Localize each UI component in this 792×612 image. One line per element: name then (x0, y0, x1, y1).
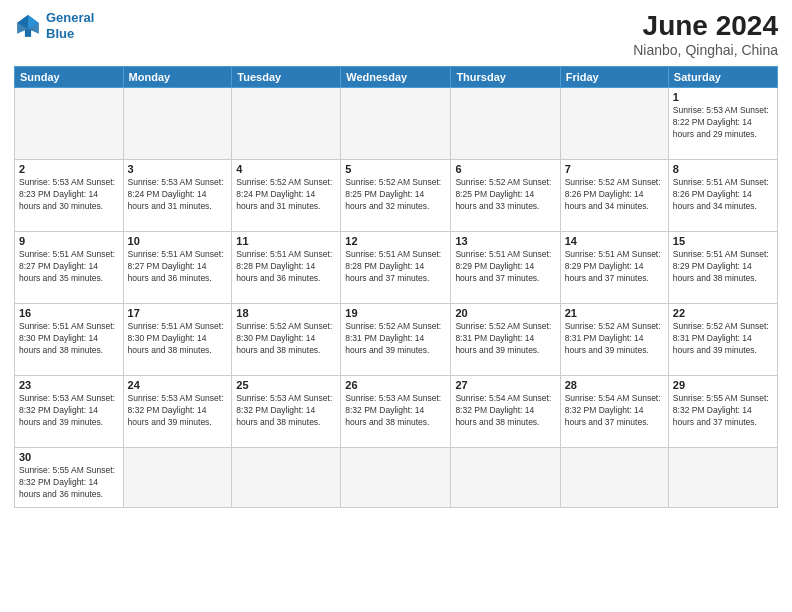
svg-rect-4 (25, 29, 31, 37)
calendar-cell: 6Sunrise: 5:52 AM Sunset: 8:25 PM Daylig… (451, 160, 560, 232)
generalblue-logo-icon (14, 12, 42, 40)
day-number: 4 (236, 163, 336, 175)
calendar-cell: 30Sunrise: 5:55 AM Sunset: 8:32 PM Dayli… (15, 448, 124, 508)
week-row-3: 9Sunrise: 5:51 AM Sunset: 8:27 PM Daylig… (15, 232, 778, 304)
calendar-title: June 2024 (633, 10, 778, 42)
calendar-cell: 5Sunrise: 5:52 AM Sunset: 8:25 PM Daylig… (341, 160, 451, 232)
calendar-table: SundayMondayTuesdayWednesdayThursdayFrid… (14, 66, 778, 508)
day-number: 29 (673, 379, 773, 391)
calendar-cell: 14Sunrise: 5:51 AM Sunset: 8:29 PM Dayli… (560, 232, 668, 304)
day-number: 30 (19, 451, 119, 463)
calendar-cell: 15Sunrise: 5:51 AM Sunset: 8:29 PM Dayli… (668, 232, 777, 304)
day-info: Sunrise: 5:53 AM Sunset: 8:22 PM Dayligh… (673, 105, 773, 141)
day-info: Sunrise: 5:51 AM Sunset: 8:28 PM Dayligh… (345, 249, 446, 285)
calendar-cell: 10Sunrise: 5:51 AM Sunset: 8:27 PM Dayli… (123, 232, 232, 304)
day-info: Sunrise: 5:53 AM Sunset: 8:32 PM Dayligh… (128, 393, 228, 429)
day-info: Sunrise: 5:51 AM Sunset: 8:30 PM Dayligh… (19, 321, 119, 357)
weekday-header-sunday: Sunday (15, 67, 124, 88)
calendar-cell: 3Sunrise: 5:53 AM Sunset: 8:24 PM Daylig… (123, 160, 232, 232)
day-number: 20 (455, 307, 555, 319)
calendar-cell (232, 88, 341, 160)
day-info: Sunrise: 5:51 AM Sunset: 8:29 PM Dayligh… (673, 249, 773, 285)
logo-blue: Blue (46, 26, 74, 41)
day-number: 25 (236, 379, 336, 391)
day-info: Sunrise: 5:51 AM Sunset: 8:28 PM Dayligh… (236, 249, 336, 285)
day-info: Sunrise: 5:51 AM Sunset: 8:27 PM Dayligh… (128, 249, 228, 285)
day-number: 8 (673, 163, 773, 175)
logo-text: General Blue (46, 10, 94, 41)
week-row-6: 30Sunrise: 5:55 AM Sunset: 8:32 PM Dayli… (15, 448, 778, 508)
day-number: 7 (565, 163, 664, 175)
day-info: Sunrise: 5:52 AM Sunset: 8:30 PM Dayligh… (236, 321, 336, 357)
day-number: 28 (565, 379, 664, 391)
calendar-cell: 13Sunrise: 5:51 AM Sunset: 8:29 PM Dayli… (451, 232, 560, 304)
day-info: Sunrise: 5:52 AM Sunset: 8:26 PM Dayligh… (565, 177, 664, 213)
calendar-cell: 7Sunrise: 5:52 AM Sunset: 8:26 PM Daylig… (560, 160, 668, 232)
calendar-cell: 21Sunrise: 5:52 AM Sunset: 8:31 PM Dayli… (560, 304, 668, 376)
day-number: 11 (236, 235, 336, 247)
page: General Blue June 2024 Nianbo, Qinghai, … (0, 0, 792, 612)
day-number: 13 (455, 235, 555, 247)
day-info: Sunrise: 5:51 AM Sunset: 8:30 PM Dayligh… (128, 321, 228, 357)
calendar-cell (560, 448, 668, 508)
day-number: 17 (128, 307, 228, 319)
day-info: Sunrise: 5:52 AM Sunset: 8:25 PM Dayligh… (345, 177, 446, 213)
day-number: 9 (19, 235, 119, 247)
calendar-cell: 20Sunrise: 5:52 AM Sunset: 8:31 PM Dayli… (451, 304, 560, 376)
day-info: Sunrise: 5:53 AM Sunset: 8:32 PM Dayligh… (345, 393, 446, 429)
calendar-cell (232, 448, 341, 508)
day-info: Sunrise: 5:53 AM Sunset: 8:32 PM Dayligh… (236, 393, 336, 429)
day-number: 26 (345, 379, 446, 391)
weekday-header-friday: Friday (560, 67, 668, 88)
week-row-4: 16Sunrise: 5:51 AM Sunset: 8:30 PM Dayli… (15, 304, 778, 376)
day-info: Sunrise: 5:52 AM Sunset: 8:24 PM Dayligh… (236, 177, 336, 213)
calendar-cell: 4Sunrise: 5:52 AM Sunset: 8:24 PM Daylig… (232, 160, 341, 232)
calendar-cell: 26Sunrise: 5:53 AM Sunset: 8:32 PM Dayli… (341, 376, 451, 448)
calendar-cell (15, 88, 124, 160)
day-info: Sunrise: 5:51 AM Sunset: 8:29 PM Dayligh… (565, 249, 664, 285)
week-row-5: 23Sunrise: 5:53 AM Sunset: 8:32 PM Dayli… (15, 376, 778, 448)
day-info: Sunrise: 5:52 AM Sunset: 8:25 PM Dayligh… (455, 177, 555, 213)
day-info: Sunrise: 5:53 AM Sunset: 8:32 PM Dayligh… (19, 393, 119, 429)
calendar-cell (451, 448, 560, 508)
day-info: Sunrise: 5:52 AM Sunset: 8:31 PM Dayligh… (673, 321, 773, 357)
calendar-cell (123, 448, 232, 508)
day-number: 16 (19, 307, 119, 319)
calendar-cell: 18Sunrise: 5:52 AM Sunset: 8:30 PM Dayli… (232, 304, 341, 376)
weekday-header-thursday: Thursday (451, 67, 560, 88)
day-number: 3 (128, 163, 228, 175)
logo-general: General (46, 10, 94, 25)
weekday-header-saturday: Saturday (668, 67, 777, 88)
calendar-cell: 19Sunrise: 5:52 AM Sunset: 8:31 PM Dayli… (341, 304, 451, 376)
day-number: 19 (345, 307, 446, 319)
day-info: Sunrise: 5:53 AM Sunset: 8:24 PM Dayligh… (128, 177, 228, 213)
day-number: 10 (128, 235, 228, 247)
day-info: Sunrise: 5:54 AM Sunset: 8:32 PM Dayligh… (455, 393, 555, 429)
weekday-header-row: SundayMondayTuesdayWednesdayThursdayFrid… (15, 67, 778, 88)
day-info: Sunrise: 5:52 AM Sunset: 8:31 PM Dayligh… (565, 321, 664, 357)
day-number: 1 (673, 91, 773, 103)
calendar-cell: 11Sunrise: 5:51 AM Sunset: 8:28 PM Dayli… (232, 232, 341, 304)
day-info: Sunrise: 5:52 AM Sunset: 8:31 PM Dayligh… (455, 321, 555, 357)
calendar-cell (451, 88, 560, 160)
calendar-cell: 17Sunrise: 5:51 AM Sunset: 8:30 PM Dayli… (123, 304, 232, 376)
calendar-cell (123, 88, 232, 160)
day-number: 6 (455, 163, 555, 175)
day-info: Sunrise: 5:54 AM Sunset: 8:32 PM Dayligh… (565, 393, 664, 429)
calendar-cell: 28Sunrise: 5:54 AM Sunset: 8:32 PM Dayli… (560, 376, 668, 448)
calendar-cell (341, 448, 451, 508)
calendar-cell: 8Sunrise: 5:51 AM Sunset: 8:26 PM Daylig… (668, 160, 777, 232)
day-number: 12 (345, 235, 446, 247)
week-row-1: 1Sunrise: 5:53 AM Sunset: 8:22 PM Daylig… (15, 88, 778, 160)
header: General Blue June 2024 Nianbo, Qinghai, … (14, 10, 778, 58)
calendar-cell: 9Sunrise: 5:51 AM Sunset: 8:27 PM Daylig… (15, 232, 124, 304)
day-info: Sunrise: 5:52 AM Sunset: 8:31 PM Dayligh… (345, 321, 446, 357)
day-info: Sunrise: 5:53 AM Sunset: 8:23 PM Dayligh… (19, 177, 119, 213)
calendar-cell: 29Sunrise: 5:55 AM Sunset: 8:32 PM Dayli… (668, 376, 777, 448)
calendar-cell: 24Sunrise: 5:53 AM Sunset: 8:32 PM Dayli… (123, 376, 232, 448)
weekday-header-monday: Monday (123, 67, 232, 88)
calendar-cell: 25Sunrise: 5:53 AM Sunset: 8:32 PM Dayli… (232, 376, 341, 448)
calendar-cell (668, 448, 777, 508)
day-info: Sunrise: 5:55 AM Sunset: 8:32 PM Dayligh… (19, 465, 119, 501)
day-number: 18 (236, 307, 336, 319)
